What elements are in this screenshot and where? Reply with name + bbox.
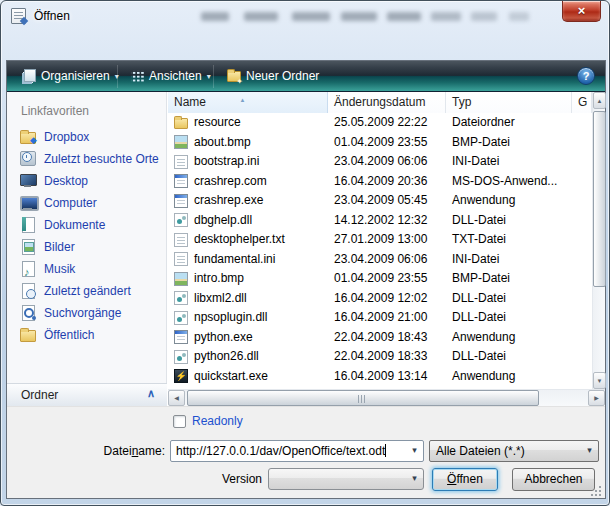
filetype-value: Alle Dateien (*.*) xyxy=(436,444,525,458)
file-name-cell: intro.bmp xyxy=(168,269,328,289)
file-row[interactable]: desktophelper.txt27.01.2009 13:00TXT-Dat… xyxy=(168,230,592,250)
file-date-cell: 14.12.2002 12:32 xyxy=(328,211,446,231)
file-name-cell: crashrep.com xyxy=(168,172,328,192)
readonly-checkbox[interactable] xyxy=(173,415,186,428)
sidebar-item-label: Desktop xyxy=(44,174,88,188)
file-row[interactable]: python26.dll22.04.2009 18:33DLL-Datei xyxy=(168,347,592,367)
searches-icon xyxy=(20,305,36,320)
scroll-left-button[interactable]: ◀ xyxy=(168,390,185,406)
dialog-content: Linkfavoriten DropboxZuletzt besuchte Or… xyxy=(7,92,605,406)
text-file-icon xyxy=(174,252,188,266)
title-bar[interactable]: Öffnen × xyxy=(1,1,609,31)
file-date-cell: 27.01.2009 13:00 xyxy=(328,230,446,250)
horizontal-scrollbar[interactable]: ◀ ▶ xyxy=(168,389,605,406)
file-row[interactable]: libxml2.dll16.04.2009 12:02DLL-Datei xyxy=(168,289,592,309)
file-date-cell: 16.04.2009 13:14 xyxy=(328,367,446,387)
scroll-right-button[interactable]: ▶ xyxy=(588,390,605,406)
file-row[interactable]: bootstrap.ini23.04.2009 06:06INI-Datei xyxy=(168,152,592,172)
folders-label: Ordner xyxy=(21,388,58,402)
close-icon: × xyxy=(578,3,586,18)
column-header-g[interactable]: G xyxy=(572,92,592,113)
file-row[interactable]: about.bmp01.04.2009 23:55BMP-Datei xyxy=(168,133,592,153)
file-row[interactable]: crashrep.exe23.04.2009 05:45Anwendung xyxy=(168,191,592,211)
sidebar-item-zuletzt-besuchte-orte[interactable]: Zuletzt besuchte Orte xyxy=(7,148,167,170)
file-date-cell: 16.04.2009 21:00 xyxy=(328,308,446,328)
column-header-anderungsdatum[interactable]: Änderungsdatum xyxy=(328,92,446,113)
new-folder-button[interactable]: Neuer Ordner xyxy=(219,61,332,92)
file-type-cell: TXT-Datei xyxy=(446,230,572,250)
file-date-cell: 16.04.2009 12:02 xyxy=(328,289,446,309)
scroll-up-icon: ▲ xyxy=(597,98,603,104)
file-row[interactable]: python.exe22.04.2009 18:43Anwendung xyxy=(168,328,592,348)
file-row[interactable]: fundamental.ini23.04.2009 06:06INI-Datei xyxy=(168,250,592,270)
version-select[interactable]: ▾ xyxy=(268,468,424,490)
version-dropdown-button[interactable]: ▾ xyxy=(406,469,423,489)
file-row[interactable]: ⚡quickstart.exe16.04.2009 13:14Anwendung xyxy=(168,367,592,387)
filename-value: http://127.0.0.1/dav/OpenOffice/text.odt xyxy=(176,444,385,458)
views-button[interactable]: Ansichten▾ xyxy=(123,61,219,92)
horizontal-scrollbar-thumb[interactable] xyxy=(187,390,539,406)
filetype-dropdown-button[interactable]: ▾ xyxy=(581,441,598,461)
sidebar-items: DropboxZuletzt besuchte OrteDesktopCompu… xyxy=(7,126,167,346)
file-row[interactable]: intro.bmp01.04.2009 23:55BMP-Datei xyxy=(168,269,592,289)
dll-file-icon xyxy=(174,291,188,305)
sidebar-item-label: Bilder xyxy=(44,240,75,254)
folders-expander[interactable]: Ordner ∧ xyxy=(7,383,167,406)
sidebar-item-dropbox[interactable]: Dropbox xyxy=(7,126,167,148)
scroll-up-button[interactable]: ▲ xyxy=(593,92,606,109)
music-icon: ♪ xyxy=(20,261,36,276)
file-row[interactable]: dbghelp.dll14.12.2002 12:32DLL-Datei xyxy=(168,211,592,231)
resize-grip[interactable] xyxy=(591,486,601,496)
scroll-right-icon: ▶ xyxy=(594,395,599,401)
sidebar-item-zuletzt-geandert[interactable]: Zuletzt geändert xyxy=(7,280,167,302)
vertical-scrollbar[interactable]: ▲ ▼ xyxy=(592,92,605,389)
filename-input[interactable]: http://127.0.0.1/dav/OpenOffice/text.odt… xyxy=(170,440,424,462)
dialog-icon xyxy=(11,8,26,24)
dll-file-icon xyxy=(174,311,188,325)
sidebar-item-label: Zuletzt besuchte Orte xyxy=(44,152,159,166)
filename-dropdown-button[interactable]: ▾ xyxy=(406,441,423,461)
file-type-cell: MS-DOS-Anwend... xyxy=(446,172,572,192)
file-type-cell: Anwendung xyxy=(446,367,572,387)
sidebar-item-musik[interactable]: ♪Musik xyxy=(7,258,167,280)
file-type-cell: Anwendung xyxy=(446,328,572,348)
sidebar-item-offentlich[interactable]: Öffentlich xyxy=(7,324,167,346)
sidebar-item-dokumente[interactable]: Dokumente xyxy=(7,214,167,236)
sidebar-item-computer[interactable]: Computer xyxy=(7,192,167,214)
chevron-down-icon: ▾ xyxy=(412,445,417,455)
chevron-down-icon: ▾ xyxy=(412,473,417,483)
sort-ascending-icon: ▲ xyxy=(240,92,246,110)
file-type-cell: BMP-Datei xyxy=(446,269,572,289)
file-row[interactable]: npsoplugin.dll16.04.2009 21:00DLL-Datei xyxy=(168,308,592,328)
sidebar-item-desktop[interactable]: Desktop xyxy=(7,170,167,192)
file-name-cell: crashrep.exe xyxy=(168,191,328,211)
file-date-cell: 16.04.2009 20:36 xyxy=(328,172,446,192)
cancel-button[interactable]: Abbrechen xyxy=(512,468,595,491)
file-row[interactable]: crashrep.com16.04.2009 20:36MS-DOS-Anwen… xyxy=(168,172,592,192)
text-file-icon xyxy=(174,155,188,169)
scroll-down-button[interactable]: ▼ xyxy=(593,372,606,389)
file-type-cell: DLL-Datei xyxy=(446,347,572,367)
sidebar-item-label: Dropbox xyxy=(44,130,89,144)
sidebar-item-bilder[interactable]: Bilder xyxy=(7,236,167,258)
sidebar-header: Linkfavoriten xyxy=(21,104,89,118)
vertical-scrollbar-thumb[interactable] xyxy=(593,111,606,287)
file-name-cell: ⚡quickstart.exe xyxy=(168,367,328,387)
sidebar-item-suchvorgange[interactable]: Suchvorgänge xyxy=(7,302,167,324)
column-header-name[interactable]: ▲Name xyxy=(168,92,328,113)
column-headers: ▲NameÄnderungsdatumTypG xyxy=(168,92,592,113)
sidebar-item-label: Computer xyxy=(44,196,97,210)
column-header-typ[interactable]: Typ xyxy=(446,92,572,113)
close-button[interactable]: × xyxy=(562,1,601,22)
open-button[interactable]: Öffnen xyxy=(432,468,498,491)
new-folder-icon xyxy=(227,71,241,82)
organize-button[interactable]: Organisieren▾ xyxy=(13,61,127,92)
file-name-cell: python26.dll xyxy=(168,347,328,367)
file-name-cell: libxml2.dll xyxy=(168,289,328,309)
views-label: Ansichten xyxy=(149,69,202,83)
desktop-icon xyxy=(20,173,36,188)
file-date-cell: 01.04.2009 23:55 xyxy=(328,133,446,153)
file-row[interactable]: resource25.05.2009 22:22Dateiordner xyxy=(168,113,592,133)
help-button[interactable]: ? xyxy=(577,67,595,85)
filetype-select[interactable]: Alle Dateien (*.*) ▾ xyxy=(429,440,599,462)
